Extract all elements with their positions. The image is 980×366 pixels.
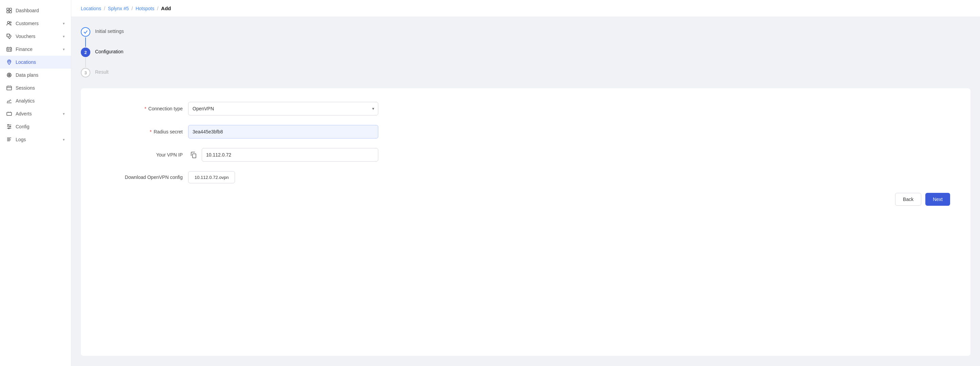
svg-rect-8 (7, 48, 11, 51)
wizard-steps: Initial settings 2 Configuration 3 Resul… (81, 27, 970, 77)
sidebar-item-customers[interactable]: Customers ▾ (0, 17, 71, 30)
svg-rect-2 (7, 11, 9, 13)
breadcrumb-splynx[interactable]: Splynx #5 (108, 6, 129, 11)
radius-secret-row: * Radius secret (115, 125, 950, 138)
sidebar-item-dashboard[interactable]: Dashboard (0, 4, 71, 17)
connection-type-wrapper: OpenVPN WireGuard L2TP ▾ (188, 102, 378, 115)
step-2-line (85, 58, 86, 67)
svg-rect-17 (192, 154, 196, 158)
download-config-row: Download OpenVPN config 10.112.0.72.ovpn (115, 171, 950, 183)
chevron-down-icon: ▾ (63, 21, 65, 26)
breadcrumb-sep-3: / (157, 6, 158, 11)
main-content: Locations / Splynx #5 / Hotspots / Add I (71, 0, 980, 366)
connection-type-select[interactable]: OpenVPN WireGuard L2TP (188, 102, 378, 115)
step-1-label: Initial settings (95, 27, 124, 34)
step-1-line (85, 37, 86, 47)
svg-point-14 (8, 125, 9, 126)
sidebar-item-data-plans[interactable]: Data plans (0, 68, 71, 81)
sidebar-item-label: Customers (16, 21, 39, 26)
chevron-down-icon: ▾ (63, 47, 65, 52)
svg-rect-6 (7, 34, 10, 37)
vpn-ip-label: Your VPN IP (115, 152, 183, 158)
sidebar-item-label: Locations (16, 59, 36, 65)
sidebar-item-locations[interactable]: Locations (0, 56, 71, 68)
sidebar-item-vouchers[interactable]: Vouchers ▾ (0, 30, 71, 43)
sidebar-item-config[interactable]: Config (0, 120, 71, 133)
copy-icon[interactable] (188, 150, 199, 160)
form-section: * Connection type OpenVPN WireGuard L2TP… (81, 88, 970, 356)
location-icon (6, 59, 12, 65)
logs-icon (6, 137, 12, 143)
sidebar-item-label: Logs (16, 137, 26, 142)
download-config-label: Download OpenVPN config (115, 175, 183, 180)
page-title: Add (161, 5, 171, 11)
breadcrumb-sep-2: / (131, 6, 133, 11)
sidebar-item-adverts[interactable]: Adverts ▾ (0, 107, 71, 120)
next-button[interactable]: Next (925, 193, 950, 206)
download-config-button[interactable]: 10.112.0.72.ovpn (188, 171, 235, 183)
sidebar-item-analytics[interactable]: Analytics (0, 94, 71, 107)
svg-rect-3 (10, 11, 11, 13)
breadcrumb-sep-1: / (104, 6, 105, 11)
form-actions: Back Next (115, 193, 950, 206)
grid-icon (6, 8, 12, 14)
sessions-icon (6, 85, 12, 91)
users-icon (6, 21, 12, 27)
step-3-indicator: 3 (81, 68, 90, 77)
sidebar-item-label: Analytics (16, 98, 35, 103)
step-3-label: Result (95, 68, 109, 75)
back-button[interactable]: Back (895, 193, 921, 206)
wizard-step-3: 3 Result (81, 68, 970, 77)
step-3-circle: 3 (81, 68, 90, 77)
sidebar-item-sessions[interactable]: Sessions (0, 81, 71, 94)
svg-rect-11 (7, 86, 11, 90)
step-2-label: Configuration (95, 48, 123, 54)
page-content: Initial settings 2 Configuration 3 Resul… (71, 17, 980, 366)
vpn-ip-input[interactable] (202, 148, 378, 162)
step-1-indicator (81, 27, 90, 48)
radius-secret-label: * Radius secret (115, 129, 183, 134)
finance-icon (6, 46, 12, 52)
breadcrumb-hotspots[interactable]: Hotspots (135, 6, 154, 11)
required-marker-2: * (150, 129, 151, 134)
svg-point-9 (8, 61, 10, 62)
breadcrumb-locations[interactable]: Locations (81, 6, 101, 11)
svg-rect-1 (10, 8, 11, 10)
wizard-step-1: Initial settings (81, 27, 970, 48)
vpn-ip-wrapper (188, 148, 378, 162)
sidebar: Dashboard Customers ▾ Vouchers ▾ (0, 0, 71, 366)
chevron-down-icon: ▾ (63, 112, 65, 116)
svg-point-16 (8, 128, 10, 129)
connection-type-row: * Connection type OpenVPN WireGuard L2TP… (115, 102, 950, 115)
vpn-ip-row: Your VPN IP (115, 148, 950, 162)
required-marker: * (144, 106, 146, 111)
svg-point-4 (8, 21, 10, 24)
connection-type-label: * Connection type (115, 106, 183, 111)
step-1-circle (81, 27, 90, 37)
sidebar-item-logs[interactable]: Logs ▾ (0, 133, 71, 146)
step-2-indicator: 2 (81, 48, 90, 68)
svg-rect-13 (7, 112, 11, 115)
chevron-down-icon: ▾ (63, 137, 65, 142)
sidebar-item-label: Data plans (16, 72, 38, 78)
sidebar-item-label: Config (16, 124, 29, 129)
sidebar-item-label: Sessions (16, 85, 35, 91)
breadcrumb: Locations / Splynx #5 / Hotspots / Add (71, 0, 980, 17)
data-icon (6, 72, 12, 78)
adverts-icon (6, 111, 12, 117)
step-2-circle: 2 (81, 48, 90, 57)
sidebar-item-label: Finance (16, 46, 33, 52)
sidebar-item-label: Adverts (16, 111, 32, 116)
svg-rect-0 (7, 8, 9, 10)
svg-point-7 (8, 35, 8, 35)
tag-icon (6, 33, 12, 40)
wizard-step-2: 2 Configuration (81, 48, 970, 68)
svg-point-15 (10, 126, 11, 127)
chevron-down-icon: ▾ (63, 34, 65, 39)
analytics-icon (6, 98, 12, 104)
sidebar-item-label: Dashboard (16, 8, 39, 13)
sidebar-item-label: Vouchers (16, 33, 35, 39)
sidebar-item-finance[interactable]: Finance ▾ (0, 43, 71, 56)
radius-secret-input[interactable] (188, 125, 378, 138)
svg-point-5 (10, 22, 11, 23)
